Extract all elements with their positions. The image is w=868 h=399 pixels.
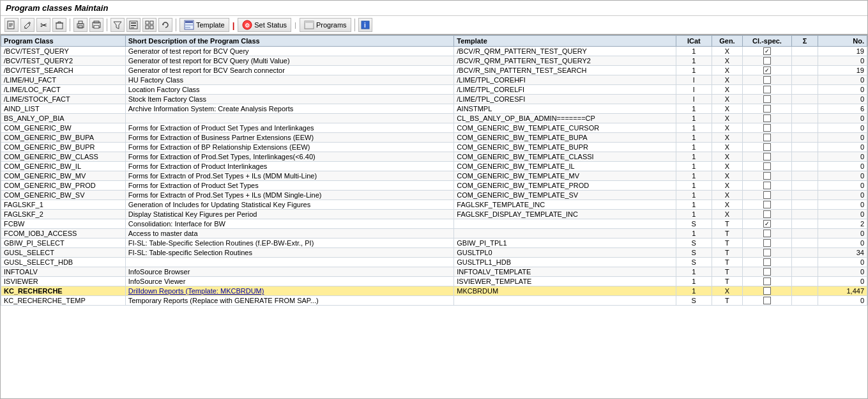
clspec-checkbox[interactable]	[745, 278, 788, 285]
table-row[interactable]: COM_GENERIC_BW_CLASSForms for Extraction…	[1, 152, 867, 162]
clspec-checkbox[interactable]	[745, 134, 788, 141]
cell-clspec[interactable]	[743, 239, 791, 248]
table-row[interactable]: /LIME/STOCK_FACTStock Item Factory Class…	[1, 95, 867, 104]
checkbox-box[interactable]	[763, 230, 771, 237]
cell-clspec[interactable]	[743, 123, 791, 133]
table-row[interactable]: /BCV/TEST_QUERY2Generator of test report…	[1, 56, 867, 66]
clspec-checkbox[interactable]	[745, 105, 788, 113]
table-row[interactable]: COM_GENERIC_BWForms for Extraction of Pr…	[1, 123, 867, 133]
checkbox-box[interactable]	[763, 191, 771, 199]
checkbox-box[interactable]	[763, 114, 771, 122]
table-row[interactable]: AIND_LISTArchive Information System: Cre…	[1, 104, 867, 114]
checkbox-box[interactable]	[763, 268, 771, 276]
clspec-checkbox[interactable]	[745, 201, 788, 208]
clspec-checkbox[interactable]	[745, 297, 788, 304]
print2-button[interactable]	[89, 18, 103, 32]
clspec-checkbox[interactable]	[745, 230, 788, 237]
checkbox-box[interactable]	[763, 278, 771, 285]
print-button[interactable]	[73, 18, 88, 32]
cell-clspec[interactable]	[743, 296, 791, 306]
clspec-checkbox[interactable]	[745, 210, 788, 218]
programs-button[interactable]: Programs	[300, 18, 351, 32]
table-row[interactable]: COM_GENERIC_BW_BUPAForms for Extraction …	[1, 133, 867, 143]
table-row[interactable]: /BCV/TEST_SEARCHGenerator of test report…	[1, 66, 867, 75]
checkbox-box[interactable]	[763, 172, 771, 180]
clspec-checkbox[interactable]	[745, 258, 788, 266]
cell-clspec[interactable]	[743, 133, 791, 143]
cell-clspec[interactable]	[743, 200, 791, 210]
cell-clspec[interactable]	[743, 56, 791, 66]
clspec-checkbox[interactable]	[745, 162, 788, 170]
table-row[interactable]: COM_GENERIC_BW_MVForms for Extractn of P…	[1, 171, 867, 181]
table-row[interactable]: FAGLSKF_1Generation of Includes for Upda…	[1, 200, 867, 210]
table-row[interactable]: GUSL_SELECT_HDBGUSLTPL1_HDBST0	[1, 258, 867, 267]
cell-clspec[interactable]	[743, 75, 791, 85]
cell-clspec[interactable]	[743, 162, 791, 171]
cell-clspec[interactable]	[743, 210, 791, 219]
checkbox-box[interactable]	[763, 86, 771, 93]
checkbox-box[interactable]	[763, 249, 771, 256]
table-row[interactable]: GUSL_SELECTFI-SL: Table-specific Selecti…	[1, 248, 867, 258]
trash-button[interactable]	[52, 18, 66, 32]
new-button[interactable]	[4, 18, 19, 32]
cell-clspec[interactable]	[743, 286, 791, 296]
table-row[interactable]: ISVIEWERInfoSource ViewerISVIEWER_TEMPLA…	[1, 277, 867, 286]
checkbox-box[interactable]	[763, 162, 771, 170]
select-all-button[interactable]	[126, 18, 141, 32]
checkbox-box[interactable]	[763, 239, 771, 247]
checkbox-box[interactable]	[763, 258, 771, 266]
checkbox-box[interactable]	[763, 47, 771, 55]
table-row[interactable]: COM_GENERIC_BW_ILForms for Extraction of…	[1, 162, 867, 171]
table-row[interactable]: KC_RECHERCHE_TEMPTemporary Reports (Repl…	[1, 296, 867, 306]
cell-clspec[interactable]	[743, 171, 791, 181]
table-row[interactable]: COM_GENERIC_BW_PRODForms for Extraction …	[1, 181, 867, 191]
edit-button[interactable]	[20, 18, 34, 32]
checkbox-box[interactable]	[763, 220, 771, 228]
cut-button[interactable]: ✂	[36, 18, 50, 32]
info-button[interactable]: i	[358, 18, 372, 32]
clspec-checkbox[interactable]	[745, 95, 788, 103]
table-row[interactable]: BS_ANLY_OP_BIACL_BS_ANLY_OP_BIA_ADMIN===…	[1, 114, 867, 123]
cell-clspec[interactable]	[743, 229, 791, 239]
cell-clspec[interactable]	[743, 114, 791, 123]
checkbox-box[interactable]	[763, 210, 771, 218]
filter-button[interactable]	[110, 18, 125, 32]
grid-button[interactable]	[142, 18, 156, 32]
clspec-checkbox[interactable]	[745, 143, 788, 151]
template-button[interactable]: Template	[179, 18, 229, 32]
checkbox-box[interactable]	[763, 201, 771, 208]
cell-clspec[interactable]	[743, 258, 791, 267]
cell-clspec[interactable]	[743, 152, 791, 162]
table-row[interactable]: /LIME/HU_FACTHU Factory Class/LIME/TPL_C…	[1, 75, 867, 85]
cell-clspec[interactable]	[743, 47, 791, 56]
refresh-button[interactable]	[158, 18, 172, 32]
checkbox-box[interactable]	[763, 134, 771, 141]
checkbox-box[interactable]	[763, 143, 771, 151]
table-row[interactable]: INFTOALVInfoSource BrowserINFTOALV_TEMPL…	[1, 267, 867, 277]
table-row[interactable]: FAGLSKF_2Display Statistical Key Figures…	[1, 210, 867, 219]
checkbox-box[interactable]	[763, 66, 771, 74]
checkbox-box[interactable]	[763, 76, 771, 84]
checkbox-box[interactable]	[763, 105, 771, 113]
checkbox-box[interactable]	[763, 182, 771, 189]
checkbox-box[interactable]	[763, 297, 771, 304]
cell-clspec[interactable]	[743, 104, 791, 114]
table-row[interactable]: COM_GENERIC_BW_SVForms for Extractn of P…	[1, 191, 867, 200]
clspec-checkbox[interactable]	[745, 76, 788, 84]
cell-clspec[interactable]	[743, 181, 791, 191]
clspec-checkbox[interactable]	[745, 114, 788, 122]
clspec-checkbox[interactable]	[745, 66, 788, 74]
clspec-checkbox[interactable]	[745, 172, 788, 180]
table-row[interactable]: KC_RECHERCHEDrilldown Reports (Template:…	[1, 286, 867, 296]
clspec-checkbox[interactable]	[745, 191, 788, 199]
clspec-checkbox[interactable]	[745, 124, 788, 132]
cell-clspec[interactable]	[743, 277, 791, 286]
clspec-checkbox[interactable]	[745, 47, 788, 55]
checkbox-box[interactable]	[763, 124, 771, 132]
checkbox-box[interactable]	[763, 153, 771, 160]
clspec-checkbox[interactable]	[745, 57, 788, 65]
checkbox-box[interactable]	[763, 287, 771, 295]
table-row[interactable]: COM_GENERIC_BW_BUPRForms for Extraction …	[1, 143, 867, 152]
clspec-checkbox[interactable]	[745, 287, 788, 295]
cell-clspec[interactable]	[743, 66, 791, 75]
